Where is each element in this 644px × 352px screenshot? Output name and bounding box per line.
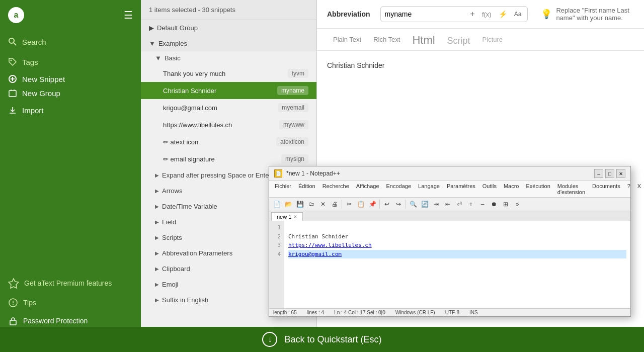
menu-macro[interactable]: Macro (500, 182, 523, 196)
tool-cut[interactable]: ✂ (344, 199, 355, 210)
formula-button[interactable]: f(x) (480, 10, 494, 19)
menu-help[interactable]: ? (624, 182, 634, 196)
menu-execution[interactable]: Exécution (522, 182, 553, 196)
tab-html[interactable]: Html (406, 33, 441, 50)
tool-grid[interactable]: ⊞ (500, 199, 511, 210)
line-number-1: 1 (272, 223, 281, 232)
chevron-right-icon: ▶ (149, 24, 154, 32)
tool-copy[interactable]: 📋 (355, 199, 366, 210)
snippet-name: ✏ atext icon (163, 138, 198, 146)
snippet-item-tyvm[interactable]: Thank you very much tyvm (141, 65, 316, 82)
menu-langage[interactable]: Langage (415, 182, 443, 196)
tool-open[interactable]: 📂 (283, 199, 294, 210)
snippet-abbrev: myname (277, 86, 308, 95)
notepad-minimize-button[interactable]: – (594, 169, 603, 178)
status-lines: lines : 4 (307, 310, 324, 315)
tool-zoom-out[interactable]: – (477, 199, 488, 210)
menu-modules[interactable]: Modules d'extension (554, 182, 589, 196)
tab-picture[interactable]: Picture (476, 33, 509, 50)
default-group-header[interactable]: ▶ Default Group (141, 20, 316, 36)
snippet-item-myname[interactable]: Christian Schnider myname (141, 82, 316, 99)
menu-x[interactable]: X (634, 182, 644, 196)
sidebar-spacer (0, 119, 141, 273)
new-snippet-button[interactable]: New Snippet (8, 74, 133, 83)
snippet-name: krigou@gmail.com (163, 104, 217, 112)
tool-zoom-in[interactable]: + (465, 199, 476, 210)
code-line-3: https://www.libellules.ch (288, 241, 626, 250)
import-section: Import (0, 102, 141, 119)
add-abbrev-button[interactable]: + (468, 9, 477, 20)
tool-undo[interactable]: ↩ (381, 199, 392, 210)
snippet-item-mysign[interactable]: ✏ email signature mysign (141, 150, 316, 167)
tool-more[interactable]: » (512, 199, 523, 210)
notepad-code-area[interactable]: Christian Schnider https://www.libellule… (284, 221, 630, 308)
menu-encodage[interactable]: Encodage (383, 182, 415, 196)
back-label: Back to Quickstart (Esc) (284, 334, 381, 345)
snippet-name: Thank you very much (163, 70, 225, 77)
basic-subgroup-header[interactable]: ▼ Basic (141, 51, 316, 65)
snippet-item-atexticon[interactable]: ✏ atext icon atexticon (141, 133, 316, 150)
menu-outils[interactable]: Outils (479, 182, 500, 196)
notepad-maximize-button[interactable]: □ (605, 169, 614, 178)
tips-button[interactable]: Tips (0, 294, 141, 312)
notepad-menubar: Fichier Édition Recherche Affichage Enco… (269, 181, 630, 198)
tool-save[interactable]: 💾 (294, 199, 305, 210)
tool-replace[interactable]: 🔄 (419, 199, 430, 210)
tool-find[interactable]: 🔍 (408, 199, 419, 210)
notepad-app-icon: 📄 (274, 169, 282, 178)
bottom-bar[interactable]: ↓ Back to Quickstart (Esc) (0, 327, 644, 352)
status-position: Ln : 4 Col : 17 Sel : 0|0 (334, 310, 385, 315)
menu-recherche[interactable]: Recherche (319, 182, 353, 196)
tool-redo[interactable]: ↪ (393, 199, 404, 210)
import-button[interactable]: Import (8, 106, 133, 115)
chevron-icon: ▶ (155, 172, 159, 178)
notepad-tab-close-button[interactable]: ✕ (293, 214, 297, 219)
abbreviation-input[interactable] (385, 10, 465, 18)
notepad-statusbar: length : 65 lines : 4 Ln : 4 Col : 17 Se… (269, 308, 630, 316)
snippet-name: Christian Schnider (163, 87, 216, 95)
svg-rect-14 (10, 320, 16, 325)
tab-rich-text[interactable]: Rich Text (367, 33, 406, 50)
menu-fichier[interactable]: Fichier (271, 182, 295, 196)
notepad-close-button[interactable]: ✕ (616, 169, 625, 178)
menu-parametres[interactable]: Paramètres (443, 182, 479, 196)
tool-print[interactable]: 🖨 (329, 199, 340, 210)
tab-script[interactable]: Script (441, 33, 476, 50)
snippet-item-myemail[interactable]: krigou@gmail.com myemail (141, 99, 316, 116)
back-arrow-icon: ↓ (262, 332, 277, 347)
examples-group-header[interactable]: ▼ Examples (141, 36, 316, 51)
lightning-button[interactable]: ⚡ (497, 9, 509, 19)
tool-indent[interactable]: ⇥ (431, 199, 442, 210)
menu-affichage[interactable]: Affichage (353, 182, 383, 196)
category-label: Expand after pressing Space or Enter (162, 171, 271, 179)
tool-paste[interactable]: 📌 (367, 199, 378, 210)
content-text: Christian Schnider (327, 61, 384, 69)
tags-button[interactable]: Tags (8, 57, 133, 66)
case-button[interactable]: Aa (512, 10, 524, 19)
premium-icon (8, 278, 19, 289)
tool-save-all[interactable]: 🗂 (306, 199, 317, 210)
status-line-ending: Windows (CR LF) (395, 310, 435, 315)
search-button[interactable]: Search (8, 34, 133, 49)
tool-wrap[interactable]: ⏎ (454, 199, 465, 210)
snippet-item-mywww[interactable]: https://www.libellules.ch mywww (141, 116, 316, 133)
tab-bar: Plain Text Rich Text Html Script Picture (317, 29, 644, 51)
tool-outdent[interactable]: ⇤ (442, 199, 453, 210)
tab-plain-text[interactable]: Plain Text (327, 33, 367, 50)
menu-documents[interactable]: Documents (589, 182, 624, 196)
premium-button[interactable]: Get aText Premium features (0, 273, 141, 294)
line-number-4: 4 (272, 250, 281, 259)
snippet-abbrev: atexticon (276, 137, 308, 146)
svg-rect-6 (9, 91, 16, 97)
code-line-1 (288, 223, 626, 232)
notepad-tab-new1[interactable]: new 1 ✕ (271, 212, 303, 221)
new-snippet-icon (8, 74, 17, 83)
tool-close[interactable]: ✕ (317, 199, 329, 210)
abbreviation-label: Abbreviation (327, 10, 370, 18)
new-group-button[interactable]: New Group (8, 89, 133, 98)
tool-new[interactable]: 📄 (271, 199, 282, 210)
tool-record[interactable]: ⏺ (489, 199, 500, 210)
snippet-name: ✏ email signature (163, 155, 215, 163)
menu-edition[interactable]: Édition (295, 182, 319, 196)
menu-icon[interactable]: ☰ (124, 9, 133, 21)
